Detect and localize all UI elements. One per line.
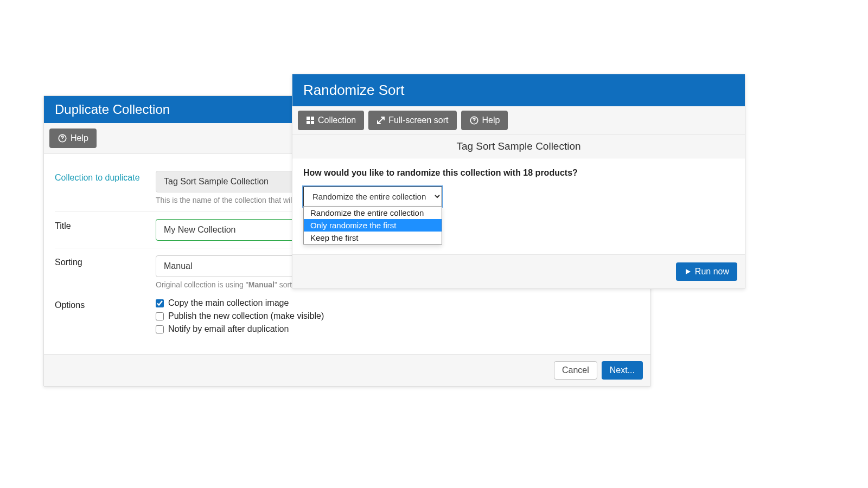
label-collection: Collection to duplicate — [55, 171, 156, 204]
grid-icon — [306, 116, 315, 125]
svg-rect-3 — [311, 117, 314, 120]
panel-title: Randomize Sort — [292, 74, 745, 106]
sorting-help-bold: Manual — [248, 280, 275, 289]
play-icon — [684, 268, 692, 275]
checkbox-notify[interactable]: Notify by email after duplication — [156, 324, 640, 334]
help-button-label: Help — [71, 134, 88, 143]
run-now-button-label: Run now — [695, 267, 729, 276]
randomize-select[interactable]: Randomize the entire collection — [303, 187, 442, 207]
randomize-select-wrap: Randomize the entire collection Randomiz… — [303, 187, 734, 207]
svg-point-7 — [474, 122, 474, 123]
label-title: Title — [55, 219, 156, 241]
help-button[interactable]: Help — [49, 129, 97, 148]
checkbox-copy-image-label: Copy the main collection image — [168, 298, 289, 308]
randomize-sort-panel: Randomize Sort Collection Full-screen so… — [292, 74, 745, 289]
svg-rect-2 — [307, 117, 310, 120]
help-button[interactable]: Help — [461, 111, 508, 130]
dropdown-opt-keep[interactable]: Keep the first — [304, 232, 442, 244]
dropdown-opt-first[interactable]: Only randomize the first — [304, 219, 442, 232]
fullscreen-button[interactable]: Full-screen sort — [368, 111, 456, 130]
label-sorting: Sorting — [55, 255, 156, 289]
svg-rect-5 — [311, 121, 314, 124]
checkbox-notify-label: Notify by email after duplication — [168, 324, 289, 334]
checkbox-publish-input[interactable] — [156, 312, 164, 320]
checkbox-publish-label: Publish the new collection (make visible… — [168, 311, 324, 321]
field-options: Copy the main collection image Publish t… — [156, 298, 640, 337]
help-icon — [469, 115, 479, 125]
collection-name-subheader: Tag Sort Sample Collection — [292, 135, 745, 158]
footer: Cancel Next... — [44, 354, 650, 386]
collection-button[interactable]: Collection — [298, 111, 364, 130]
help-icon — [58, 133, 67, 143]
toolbar: Collection Full-screen sort Help — [292, 106, 745, 135]
checkbox-copy-image-input[interactable] — [156, 299, 164, 307]
help-button-label: Help — [482, 116, 500, 125]
run-now-button[interactable]: Run now — [676, 262, 737, 281]
expand-icon — [376, 116, 385, 125]
checkbox-publish[interactable]: Publish the new collection (make visible… — [156, 311, 640, 321]
sorting-help-prefix: Original collection is using " — [156, 280, 248, 289]
randomize-dropdown: Randomize the entire collection Only ran… — [303, 206, 442, 245]
label-options: Options — [55, 298, 156, 337]
run-footer: Run now — [292, 254, 745, 288]
randomize-content: How would you like to randomize this col… — [292, 158, 745, 216]
randomize-prompt: How would you like to randomize this col… — [303, 168, 734, 178]
checkbox-notify-input[interactable] — [156, 325, 164, 333]
collection-button-label: Collection — [318, 116, 356, 125]
dropdown-opt-entire[interactable]: Randomize the entire collection — [304, 207, 442, 219]
checkbox-copy-image[interactable]: Copy the main collection image — [156, 298, 640, 308]
next-button-label: Next... — [610, 366, 635, 375]
next-button[interactable]: Next... — [602, 361, 643, 380]
cancel-button[interactable]: Cancel — [554, 361, 597, 380]
cancel-button-label: Cancel — [562, 366, 589, 375]
svg-point-1 — [62, 140, 63, 140]
row-options: Options Copy the main collection image P… — [55, 296, 640, 344]
svg-rect-4 — [307, 121, 310, 124]
fullscreen-button-label: Full-screen sort — [388, 116, 448, 125]
